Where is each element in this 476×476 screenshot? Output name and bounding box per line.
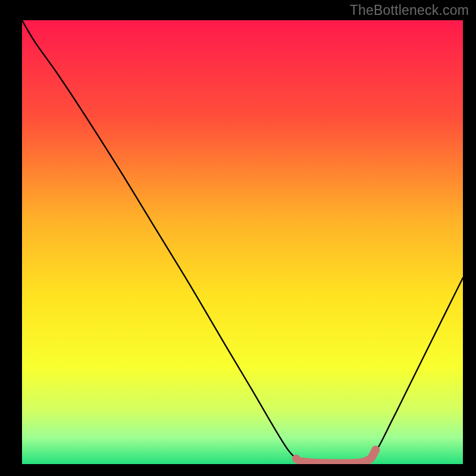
chart-svg xyxy=(22,20,463,464)
chart-plot-area xyxy=(22,20,463,464)
sweet-spot-marker xyxy=(292,455,300,463)
gradient-background xyxy=(22,20,463,464)
attribution-text: TheBottleneck.com xyxy=(350,2,469,18)
